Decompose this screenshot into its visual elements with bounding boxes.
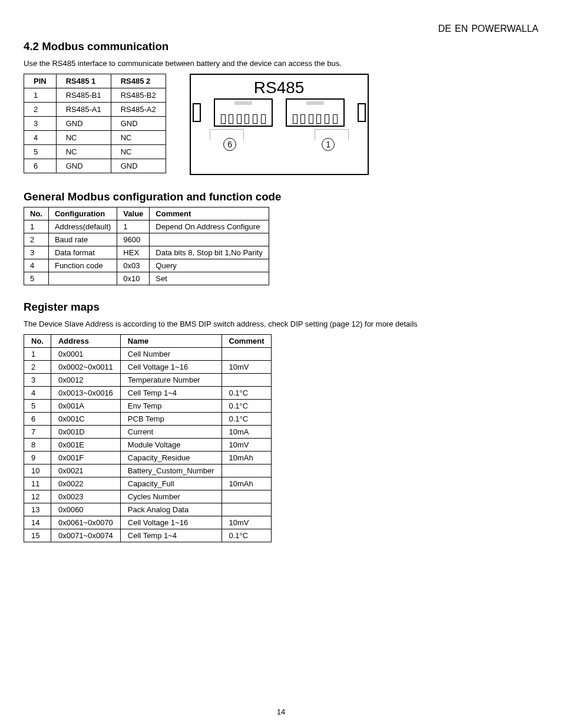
cell: 0x0023 <box>51 490 120 503</box>
rj-jack-right <box>286 98 345 127</box>
table-row: 70x001DCurrent10mA <box>24 426 272 439</box>
cell: 13 <box>24 503 51 516</box>
table-row: 1 RS485-B1 RS485-B2 <box>24 88 166 103</box>
cell: 10 <box>24 465 51 477</box>
cell: Cell Number <box>120 348 222 361</box>
register-maps-heading: Register maps <box>24 301 538 314</box>
cell: 0x10 <box>117 272 150 285</box>
cell: Capacity_Full <box>120 477 222 490</box>
cell <box>48 272 117 285</box>
table-header-row: PIN RS485 1 RS485 2 <box>24 74 166 88</box>
table-header-row: No. Configuration Value Comment <box>24 207 269 220</box>
cell: 10mV <box>222 516 272 529</box>
cell: 14 <box>24 516 51 529</box>
cell: Env Temp <box>120 400 222 413</box>
register-map-table: No. Address Name Comment 10x0001Cell Num… <box>24 334 272 542</box>
cell: 4 <box>24 387 51 400</box>
header: DE EN POWERWALLA <box>24 24 538 34</box>
table-row: 40x0013~0x0016Cell Temp 1~40.1°C <box>24 387 272 400</box>
cell: 0x0071~0x0074 <box>51 529 120 542</box>
cell: RS485-A2 <box>111 103 166 117</box>
connector-label: RS485 <box>254 78 305 97</box>
table-row: 110x0022Capacity_Full10mAh <box>24 477 272 490</box>
cell: 2 <box>24 103 57 117</box>
cell: Cell Voltage 1~16 <box>120 361 222 374</box>
cell: Cell Voltage 1~16 <box>120 516 222 529</box>
table-row: 100x0021Battery_Custom_Number <box>24 465 272 477</box>
table-row: 2 Baud rate 9600 <box>24 233 269 246</box>
cell: RS485-A1 <box>56 103 111 117</box>
cell: Query <box>150 259 269 272</box>
pin-layout-row: PIN RS485 1 RS485 2 1 RS485-B1 RS485-B2 … <box>24 74 538 175</box>
cell: 1 <box>117 220 150 233</box>
cfg-col-comment: Comment <box>150 207 269 220</box>
cell <box>222 490 272 503</box>
cell: 5 <box>24 272 49 285</box>
cell: 3 <box>24 117 57 131</box>
cell: 15 <box>24 529 51 542</box>
cell: 10mV <box>222 361 272 374</box>
lang-de-label: DE <box>438 24 451 34</box>
cell: HEX <box>117 246 150 259</box>
cell: Data format <box>48 246 117 259</box>
cell: 0x0013~0x0016 <box>51 387 120 400</box>
cell: 0.1°C <box>222 529 272 542</box>
cell: RS485-B1 <box>56 88 111 103</box>
map-col-name: Name <box>120 335 222 348</box>
table-row: 140x0061~0x0070Cell Voltage 1~1610mV <box>24 516 272 529</box>
cell: 0x0060 <box>51 503 120 516</box>
cell: 9600 <box>117 233 150 246</box>
cell: 10mAh <box>222 452 272 465</box>
cell: 10mA <box>222 426 272 439</box>
table-row: 120x0023Cycles Number <box>24 490 272 503</box>
cell: 0x001C <box>51 413 120 426</box>
cell <box>222 348 272 361</box>
cell: Module Voltage <box>120 439 222 452</box>
page-number: 14 <box>0 707 562 716</box>
cell: 10mV <box>222 439 272 452</box>
cfg-col-configuration: Configuration <box>48 207 117 220</box>
section-modbus-intro: Use the RS485 interface to communicate b… <box>24 59 538 68</box>
cell: Cell Temp 1~4 <box>120 387 222 400</box>
config-table: No. Configuration Value Comment 1 Addres… <box>24 207 269 285</box>
rj-jack-left <box>214 98 273 127</box>
cell: 3 <box>24 374 51 387</box>
cell: Depend On Address Configure <box>150 220 269 233</box>
table-row: 6 GND GND <box>24 159 166 173</box>
map-col-comment: Comment <box>222 335 272 348</box>
cell: Capacity_Residue <box>120 452 222 465</box>
cell: 10mAh <box>222 477 272 490</box>
cell: RS485-B2 <box>111 88 166 103</box>
rs485-2-col-header: RS485 2 <box>111 74 166 88</box>
table-row: 80x001EModule Voltage10mV <box>24 439 272 452</box>
cell: 1 <box>24 220 49 233</box>
jacks-row <box>193 98 366 127</box>
cell: Function code <box>48 259 117 272</box>
cell: Current <box>120 426 222 439</box>
cell: 0x03 <box>117 259 150 272</box>
cell: Cycles Number <box>120 490 222 503</box>
table-row: 130x0060Pack Analog Data <box>24 503 272 516</box>
config-heading: General Modbus configuration and functio… <box>24 190 538 203</box>
cell: 0x0022 <box>51 477 120 490</box>
cell: 1 <box>24 88 57 103</box>
table-row: 5 0x10 Set <box>24 272 269 285</box>
right-tab <box>358 103 366 122</box>
map-col-address: Address <box>51 335 120 348</box>
cell: 0x0002~0x0011 <box>51 361 120 374</box>
cell: 0x001F <box>51 452 120 465</box>
left-tab <box>193 103 201 122</box>
cell: Temperature Number <box>120 374 222 387</box>
table-row: 60x001CPCB Temp0.1°C <box>24 413 272 426</box>
cell: 12 <box>24 490 51 503</box>
table-row: 30x0012Temperature Number <box>24 374 272 387</box>
cell: 6 <box>24 159 57 173</box>
connector-diagram: RS485 6 1 <box>190 74 369 175</box>
cell: 6 <box>24 413 51 426</box>
page: DE EN POWERWALLA 4.2 Modbus communicatio… <box>0 0 562 728</box>
cell: 8 <box>24 439 51 452</box>
cell: Pack Analog Data <box>120 503 222 516</box>
cell: 5 <box>24 145 57 159</box>
cell: NC <box>56 145 111 159</box>
cell: 0x0001 <box>51 348 120 361</box>
